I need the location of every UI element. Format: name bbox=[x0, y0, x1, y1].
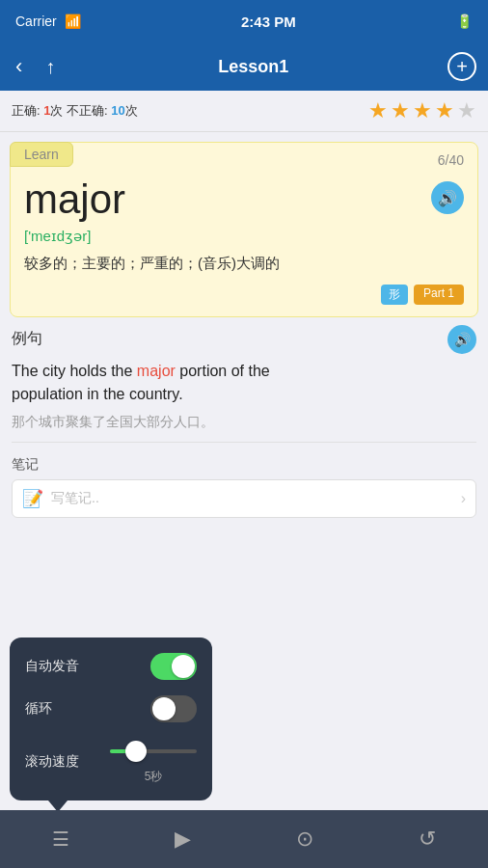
definition: 较多的；主要的；严重的；(音乐)大调的 bbox=[24, 253, 464, 275]
notes-input-row[interactable]: 📝 写笔记.. › bbox=[12, 479, 476, 518]
filter-icon: ☰ bbox=[52, 827, 69, 851]
sentence-part1: The city holds the bbox=[12, 363, 137, 379]
slider-bg bbox=[110, 749, 197, 753]
example-section: 例句 🔊 The city holds the major portion of… bbox=[0, 325, 488, 432]
stats-row: 正确: 1次 不正确: 10次 ★ ★ ★ ★ ★ bbox=[0, 91, 488, 132]
star-1: ★ bbox=[368, 98, 388, 123]
sentence-highlight: major bbox=[137, 363, 176, 379]
add-button[interactable]: + bbox=[447, 52, 476, 81]
star-4: ★ bbox=[435, 98, 454, 123]
example-sentence-en: The city holds the major portion of thep… bbox=[12, 360, 476, 406]
bottom-toolbar: ☰ ▶ ⊙ ↺ bbox=[0, 810, 488, 868]
add-icon: + bbox=[456, 56, 468, 78]
star-rating: ★ ★ ★ ★ ★ bbox=[368, 98, 476, 123]
pronunciation: ['meɪdʒər] bbox=[24, 228, 464, 245]
speed-slider-container: 5秒 bbox=[110, 738, 197, 785]
nav-left-buttons: ‹ ↑ bbox=[12, 50, 59, 83]
play-icon: ▶ bbox=[175, 827, 191, 852]
refresh-icon: ↺ bbox=[419, 827, 436, 852]
back-button[interactable]: ‹ bbox=[12, 50, 26, 83]
star-2: ★ bbox=[391, 98, 410, 123]
nav-bar: ‹ ↑ Lesson1 + bbox=[0, 42, 488, 91]
autoplay-toggle-knob bbox=[172, 655, 195, 678]
wifi-icon: 📶 bbox=[65, 14, 81, 29]
audio-icon: 🔊 bbox=[438, 189, 457, 207]
tag-part: Part 1 bbox=[414, 285, 464, 305]
record-icon: ⊙ bbox=[296, 827, 313, 852]
slider-thumb[interactable] bbox=[125, 741, 147, 762]
notes-section: 笔记 📝 写笔记.. › bbox=[0, 447, 488, 528]
example-title: 例句 bbox=[12, 329, 42, 349]
correct-label: 正确: bbox=[12, 103, 43, 118]
tags: 形 Part 1 bbox=[24, 285, 464, 305]
star-5: ★ bbox=[457, 98, 476, 123]
settings-popup: 自动发音 循环 滚动速度 5秒 bbox=[10, 637, 212, 800]
nav-title: Lesson1 bbox=[59, 57, 447, 77]
sentence-part2: portion of the bbox=[176, 363, 270, 379]
divider-1 bbox=[12, 442, 476, 443]
up-button[interactable]: ↑ bbox=[41, 52, 59, 82]
separator1: 次 不正确: bbox=[50, 103, 111, 118]
notes-label: 笔记 bbox=[12, 456, 476, 474]
tag-pos: 形 bbox=[381, 285, 408, 305]
sentence-part3: population in the country. bbox=[12, 386, 183, 402]
play-button[interactable]: ▶ bbox=[162, 818, 204, 860]
notes-edit-icon: 📝 bbox=[22, 488, 43, 509]
word-main: major bbox=[24, 177, 464, 222]
card-count: 6/40 bbox=[438, 152, 464, 168]
status-bar: Carrier 📶 2:43 PM 🔋 bbox=[0, 0, 488, 42]
filter-button[interactable]: ☰ bbox=[40, 818, 82, 860]
stats-text: 正确: 1次 不正确: 10次 bbox=[12, 102, 138, 120]
notes-placeholder: 写笔记.. bbox=[51, 490, 461, 507]
status-icons: 🔋 bbox=[456, 14, 473, 29]
carrier-label: Carrier bbox=[15, 14, 57, 29]
speed-slider[interactable] bbox=[110, 738, 197, 765]
autoplay-label: 自动发音 bbox=[25, 658, 79, 675]
autoplay-toggle[interactable] bbox=[150, 653, 197, 680]
speed-label: 滚动速度 bbox=[25, 753, 79, 771]
refresh-button[interactable]: ↺ bbox=[406, 818, 448, 860]
status-time: 2:43 PM bbox=[241, 14, 296, 30]
loop-label: 循环 bbox=[25, 700, 52, 718]
separator2: 次 bbox=[125, 103, 138, 118]
loop-toggle-knob bbox=[152, 697, 176, 720]
carrier-wifi: Carrier 📶 bbox=[15, 14, 81, 29]
example-audio-button[interactable]: 🔊 bbox=[447, 325, 476, 354]
loop-toggle[interactable] bbox=[150, 695, 197, 722]
example-audio-icon: 🔊 bbox=[454, 332, 471, 347]
example-header: 例句 🔊 bbox=[12, 325, 476, 354]
star-3: ★ bbox=[413, 98, 432, 123]
battery-icon: 🔋 bbox=[456, 14, 473, 29]
incorrect-count: 10 bbox=[111, 103, 124, 118]
learn-card: Learn 6/40 🔊 major ['meɪdʒər] 较多的；主要的；严重… bbox=[10, 142, 478, 317]
learn-tab: Learn bbox=[10, 142, 73, 167]
notes-arrow-icon: › bbox=[461, 490, 466, 507]
settings-autoplay-row: 自动发音 bbox=[25, 653, 197, 680]
settings-speed-row: 滚动速度 5秒 bbox=[25, 738, 197, 785]
speed-value: 5秒 bbox=[145, 769, 163, 785]
example-sentence-zh: 那个城市聚集了全国大部分人口。 bbox=[12, 412, 476, 432]
settings-loop-row: 循环 bbox=[25, 695, 197, 722]
record-button[interactable]: ⊙ bbox=[284, 818, 326, 860]
card-audio-button[interactable]: 🔊 bbox=[431, 181, 464, 214]
